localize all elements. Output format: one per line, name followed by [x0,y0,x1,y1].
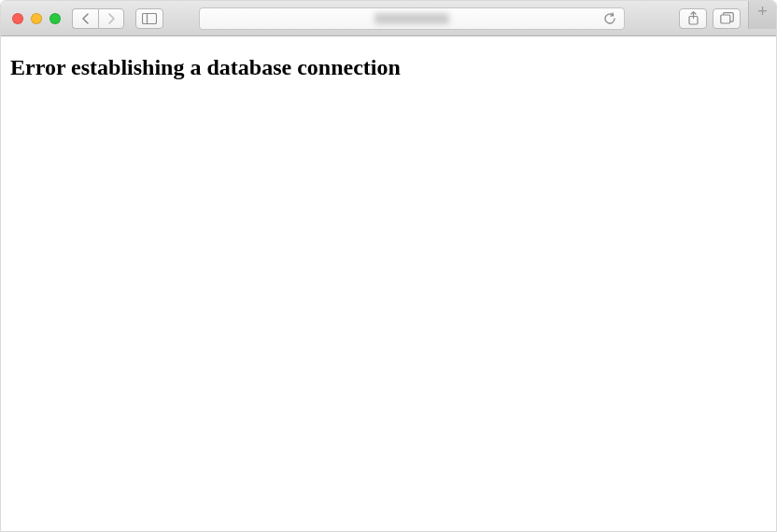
page-content: Error establishing a database connection [1,36,776,531]
fullscreen-window-button[interactable] [49,13,61,24]
nav-back-forward-group [72,8,124,29]
plus-icon: + [757,2,768,21]
share-button[interactable] [679,8,707,29]
chevron-left-icon [81,13,90,24]
chevron-right-icon [107,13,116,24]
forward-button[interactable] [98,8,124,29]
svg-rect-4 [720,15,729,23]
share-icon [687,11,699,25]
close-window-button[interactable] [12,13,23,24]
back-button[interactable] [72,8,98,29]
sidebar-icon [142,13,157,24]
window-controls [8,13,64,24]
show-sidebar-button[interactable] [135,8,163,29]
browser-toolbar: + [1,1,776,36]
address-bar-url-obscured [374,13,449,24]
tabs-icon [720,12,734,24]
toolbar-right-group [679,8,741,29]
reload-icon [604,12,616,25]
svg-rect-0 [143,13,157,23]
new-tab-button[interactable]: + [748,0,776,29]
error-heading: Error establishing a database connection [10,55,767,80]
minimize-window-button[interactable] [31,13,42,24]
address-bar[interactable] [199,7,625,30]
show-tabs-button[interactable] [713,8,741,29]
reload-button[interactable] [604,12,616,25]
